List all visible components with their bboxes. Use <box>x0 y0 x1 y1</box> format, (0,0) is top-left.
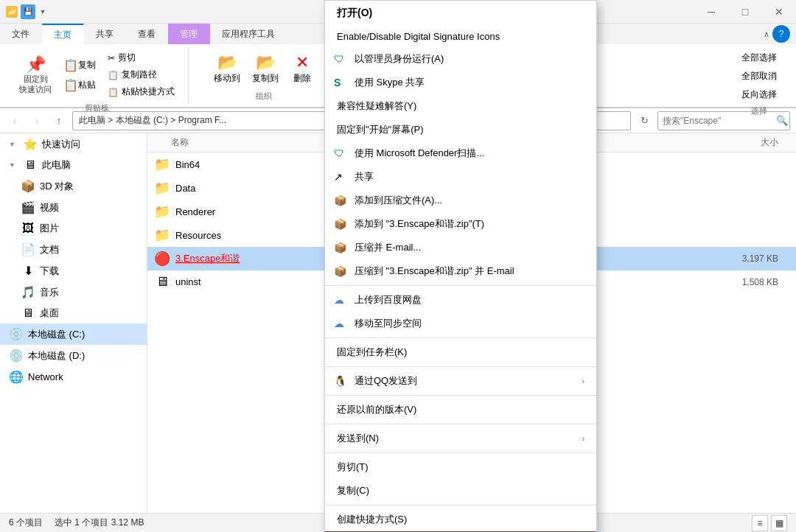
sidebar-item-pictures[interactable]: 🖼 图片 <box>0 218 147 239</box>
tab-share[interactable]: 共享 <box>84 24 126 44</box>
organize-content: 📂 移动到 📂 复制到 ✕ 删除 <box>209 50 318 88</box>
ctx-baidu[interactable]: ☁ 上传到百度网盘 <box>325 288 596 312</box>
drive-d-icon: 💿 <box>9 349 24 363</box>
close-button[interactable]: ✕ <box>762 0 796 24</box>
tab-manage[interactable]: 管理 <box>168 24 210 44</box>
sidebar-item-video[interactable]: 🎬 视频 <box>0 197 147 218</box>
documents-icon: 📄 <box>21 242 35 256</box>
selected-info: 选中 1 个项目 3.12 MB <box>55 517 144 529</box>
baidu-icon: ☁ <box>334 294 344 306</box>
organize-group: 📂 移动到 📂 复制到 ✕ 删除 组织 <box>200 47 328 104</box>
ctx-run-as-admin[interactable]: 🛡 以管理员身份运行(A) <box>325 47 596 71</box>
ctx-qq[interactable]: 🐧 通过QQ发送到 › <box>325 369 596 393</box>
pin-quickaccess-button[interactable]: 📌 固定到快速访问 <box>15 52 56 97</box>
ctx-share[interactable]: ↗ 共享 <box>325 165 596 189</box>
sidebar-item-3d[interactable]: 📦 3D 对象 <box>0 175 147 197</box>
ctx-restore[interactable]: 还原以前的版本(V) <box>325 398 596 421</box>
tab-file[interactable]: 文件 <box>0 24 42 44</box>
ctx-arrow-send: › <box>582 435 584 443</box>
move-icon: 📂 <box>217 53 237 72</box>
ctx-pin-taskbar[interactable]: 固定到任务栏(K) <box>325 340 596 364</box>
ctx-defender[interactable]: 🛡 使用 Microsoft Defender扫描... <box>325 141 596 165</box>
copy-to-icon: 📂 <box>256 53 276 72</box>
sidebar-item-quick-access[interactable]: ▼ ⭐ 快速访问 <box>0 133 147 155</box>
search-input[interactable] <box>663 116 773 126</box>
tile-view-button[interactable]: ▦ <box>771 515 787 531</box>
search-icon: 🔍 <box>776 115 788 126</box>
sidebar-item-this-pc[interactable]: ▼ 🖥 此电脑 <box>0 155 147 175</box>
tab-app-tools[interactable]: 应用程序工具 <box>210 24 287 44</box>
tab-view[interactable]: 查看 <box>126 24 168 44</box>
paste-button[interactable]: 📋 粘贴 <box>59 76 100 94</box>
copy-button[interactable]: 📋 复制 <box>59 56 100 74</box>
ctx-send-to[interactable]: 发送到(N) › <box>325 427 596 450</box>
ctx-create-shortcut[interactable]: 创建快捷方式(S) <box>325 508 596 531</box>
sidebar-item-documents[interactable]: 📄 文档 <box>0 239 147 260</box>
ctx-skype[interactable]: S 使用 Skype 共享 <box>325 71 596 94</box>
sidebar-item-drive-c[interactable]: 💿 本地磁盘 (C:) <box>0 323 147 345</box>
paste-shortcut-button[interactable]: 📋 粘贴快捷方式 <box>103 84 179 99</box>
folder-icon-data: 📁 <box>153 180 171 196</box>
cut-button[interactable]: ✂ 剪切 <box>103 50 179 66</box>
ctx-digital-sig[interactable]: Enable/Disable Digital Signature Icons <box>325 26 596 47</box>
minimize-button[interactable]: ─ <box>694 0 728 24</box>
shield-admin-icon: 🛡 <box>334 53 344 65</box>
ctx-add-zip-named[interactable]: 📦 添加到 "3.Enscape和谐.zip"(T) <box>325 212 596 236</box>
share-icon: ↗ <box>334 171 343 183</box>
up-button[interactable]: ↑ <box>50 112 68 130</box>
network-icon: 🌐 <box>9 370 24 384</box>
refresh-button[interactable]: ↻ <box>635 112 653 130</box>
ctx-sep-4 <box>325 395 596 396</box>
ctx-cut[interactable]: 剪切(T) <box>325 455 596 479</box>
forward-button[interactable]: › <box>28 112 46 130</box>
ctx-sep-3 <box>325 366 596 367</box>
title-controls: ─ □ ✕ <box>694 0 796 24</box>
sidebar-item-downloads[interactable]: ⬇ 下载 <box>0 260 147 281</box>
ctx-sync[interactable]: ☁ 移动至同步空间 <box>325 312 596 335</box>
expand-ribbon-btn[interactable]: ∧ <box>764 29 769 39</box>
search-box[interactable]: 🔍 <box>657 111 790 130</box>
music-icon: 🎵 <box>21 285 35 299</box>
back-button[interactable]: ‹ <box>6 112 24 130</box>
save-icon[interactable]: 💾 <box>21 4 35 19</box>
ctx-open[interactable]: 打开(O) <box>325 1 596 26</box>
maximize-button[interactable]: □ <box>728 0 762 24</box>
copy-to-button[interactable]: 📂 复制到 <box>248 50 283 88</box>
copy-path-button[interactable]: 📋 复制路径 <box>103 67 179 83</box>
sidebar-item-network[interactable]: 🌐 Network <box>0 366 147 388</box>
ctx-add-zip[interactable]: 📦 添加到压缩文件(A)... <box>325 189 596 212</box>
select-none-button[interactable]: 全部取消 <box>737 69 781 84</box>
zip-icon-1: 📦 <box>334 195 346 206</box>
folder-icon-resources: 📁 <box>153 227 171 243</box>
cut-icon: ✂ <box>108 53 115 63</box>
tab-home[interactable]: 主页 <box>42 24 84 44</box>
sidebar-item-desktop[interactable]: 🖥 桌面 <box>0 303 147 323</box>
app-icon: 📁 <box>6 6 18 18</box>
clipboard-group: 📌 固定到快速访问 📋 复制 📋 粘贴 ✂ 剪切 <box>6 47 189 104</box>
select-all-button[interactable]: 全部选择 <box>737 50 781 66</box>
video-icon: 🎬 <box>21 200 35 214</box>
ctx-copy[interactable]: 复制(C) <box>325 479 596 503</box>
sidebar-item-drive-d[interactable]: 💿 本地磁盘 (D:) <box>0 345 147 366</box>
paste-shortcut-icon: 📋 <box>108 87 119 97</box>
column-size: 大小 <box>716 136 790 149</box>
this-pc-icon: 🖥 <box>23 158 38 172</box>
help-button[interactable]: ? <box>772 25 790 43</box>
ctx-zip-email-named[interactable]: 📦 压缩到 "3.Enscape和谐.zip" 并 E-mail <box>325 259 596 283</box>
ctx-pin-start[interactable]: 固定到"开始"屏幕(P) <box>325 118 596 141</box>
ctx-zip-email[interactable]: 📦 压缩并 E-mail... <box>325 236 596 259</box>
defender-icon: 🛡 <box>334 147 344 159</box>
context-menu: 打开(O) Enable/Disable Digital Signature I… <box>324 0 597 532</box>
copy-icon: 📋 <box>63 58 78 72</box>
downloads-icon: ⬇ <box>21 264 35 278</box>
invert-select-button[interactable]: 反向选择 <box>737 87 781 102</box>
sidebar-item-music[interactable]: 🎵 音乐 <box>0 281 147 303</box>
quick-access-dropdown[interactable]: ▼ <box>38 4 47 19</box>
ctx-sep-1 <box>325 285 596 286</box>
enscape-file-icon: 🔴 <box>153 251 171 267</box>
ctx-compat[interactable]: 兼容性疑难解答(Y) <box>325 94 596 118</box>
breadcrumb-text: 此电脑 > 本地磁盘 (C:) > Program F... <box>79 114 226 127</box>
delete-button[interactable]: ✕ 删除 <box>286 50 318 88</box>
detail-view-button[interactable]: ≡ <box>752 515 768 531</box>
move-to-button[interactable]: 📂 移动到 <box>209 50 245 88</box>
